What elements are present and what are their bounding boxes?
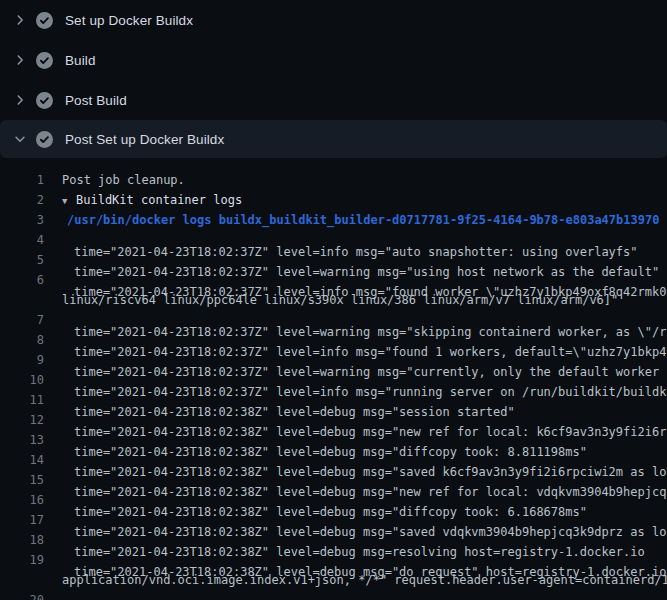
chevron-right-icon (12, 52, 28, 68)
log-line: 9time="2021-04-23T18:02:37Z" level=warni… (0, 350, 667, 370)
log-line-number[interactable]: 13 (0, 430, 44, 450)
steps-list: Set up Docker BuildxBuildPost BuildPost … (0, 0, 667, 158)
log-line-text: ▼BuildKit container logs (62, 190, 242, 211)
log-line: 10time="2021-04-23T18:02:37Z" level=info… (0, 370, 667, 390)
log-line: 7time="2021-04-23T18:02:37Z" level=warni… (0, 310, 667, 330)
log-line: 15time="2021-04-23T18:02:38Z" level=debu… (0, 470, 667, 490)
log-viewer: 1Post job cleanup.2▼BuildKit container l… (0, 158, 667, 600)
log-line-number[interactable]: 14 (0, 450, 44, 470)
step-header-post-set-up-docker-buildx[interactable]: Post Set up Docker Buildx (0, 120, 667, 158)
log-line-text: application/vnd.oci.image.index.v1+json,… (62, 570, 667, 590)
log-line: 14time="2021-04-23T18:02:38Z" level=debu… (0, 450, 667, 470)
log-line-number[interactable]: 20 (0, 590, 44, 600)
log-line: 8time="2021-04-23T18:02:37Z" level=info … (0, 330, 667, 350)
group-toggle-icon[interactable]: ▼ (62, 191, 76, 211)
log-line-text: time="2021-04-23T18:02:38Z" level=debug … (74, 590, 667, 600)
group-title[interactable]: BuildKit container logs (76, 193, 242, 207)
log-line-text: Post job cleanup. (62, 170, 185, 190)
log-line: 12time="2021-04-23T18:02:38Z" level=debu… (0, 410, 667, 430)
log-line-number[interactable]: 15 (0, 470, 44, 490)
check-circle-icon (36, 12, 53, 29)
log-line: 11time="2021-04-23T18:02:38Z" level=debu… (0, 390, 667, 410)
step-header-set-up-docker-buildx[interactable]: Set up Docker Buildx (0, 0, 667, 40)
log-line-number[interactable]: 11 (0, 390, 44, 410)
log-line-number[interactable]: 18 (0, 530, 44, 550)
log-line: 17time="2021-04-23T18:02:38Z" level=debu… (0, 510, 667, 530)
chevron-down-icon (12, 131, 28, 147)
log-line-number[interactable]: 12 (0, 410, 44, 430)
log-line-number[interactable]: 19 (0, 550, 44, 570)
log-line: 2▼BuildKit container logs (0, 190, 667, 210)
log-line: 5time="2021-04-23T18:02:37Z" level=warni… (0, 250, 667, 270)
step-label: Post Build (65, 93, 127, 108)
log-line-number[interactable]: 1 (0, 170, 44, 190)
log-line: 18time="2021-04-23T18:02:38Z" level=debu… (0, 530, 667, 550)
log-line: 3/usr/bin/docker logs buildx_buildkit_bu… (0, 210, 667, 230)
log-line-number[interactable]: 8 (0, 330, 44, 350)
log-line-number[interactable]: 3 (0, 210, 44, 230)
log-line-number[interactable]: 6 (0, 270, 44, 290)
log-line: 1Post job cleanup. (0, 170, 667, 190)
log-line-text: linux/riscv64 linux/ppc64le linux/s390x … (62, 290, 618, 310)
chevron-right-icon (12, 92, 28, 108)
step-label: Build (65, 53, 96, 68)
log-line: 19time="2021-04-23T18:02:38Z" level=debu… (0, 550, 667, 570)
log-line-number[interactable]: 16 (0, 490, 44, 510)
log-line-number[interactable]: 10 (0, 370, 44, 390)
log-line-number[interactable]: 5 (0, 250, 44, 270)
check-circle-icon (36, 131, 53, 148)
step-header-build[interactable]: Build (0, 40, 667, 80)
step-label: Post Set up Docker Buildx (65, 132, 224, 147)
step-header-post-build[interactable]: Post Build (0, 80, 667, 120)
log-line-number[interactable]: 4 (0, 230, 44, 250)
step-label: Set up Docker Buildx (65, 13, 193, 28)
log-line: 16time="2021-04-23T18:02:38Z" level=debu… (0, 490, 667, 510)
log-line-number[interactable]: 7 (0, 310, 44, 330)
log-line-number[interactable]: 17 (0, 510, 44, 530)
chevron-right-icon (12, 12, 28, 28)
check-circle-icon (36, 92, 53, 109)
log-line: 4time="2021-04-23T18:02:37Z" level=info … (0, 230, 667, 250)
log-line: 13time="2021-04-23T18:02:38Z" level=debu… (0, 430, 667, 450)
log-line: linux/riscv64 linux/ppc64le linux/s390x … (0, 290, 667, 310)
log-line-number[interactable]: 2 (0, 190, 44, 210)
log-line: 6time="2021-04-23T18:02:37Z" level=info … (0, 270, 667, 290)
log-line: application/vnd.oci.image.index.v1+json,… (0, 570, 667, 590)
log-line: 20time="2021-04-23T18:02:38Z" level=debu… (0, 590, 667, 600)
check-circle-icon (36, 52, 53, 69)
log-line-number[interactable]: 9 (0, 350, 44, 370)
log-command-text: /usr/bin/docker logs buildx_buildkit_bui… (67, 210, 659, 230)
